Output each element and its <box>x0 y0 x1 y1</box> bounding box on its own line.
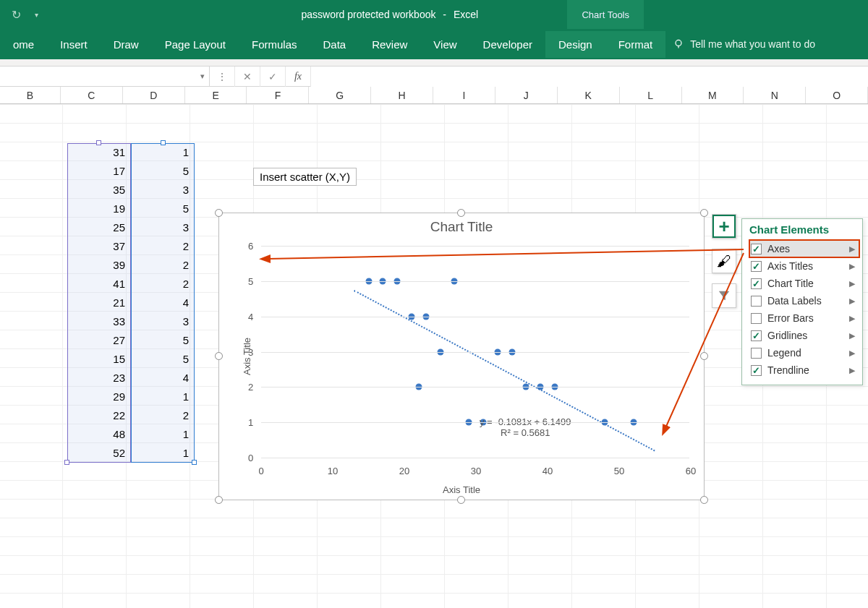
cell[interactable]: 1 <box>131 425 193 444</box>
qat-dropdown-icon[interactable]: ▾ <box>29 7 43 22</box>
column-header-j[interactable]: J <box>495 87 558 103</box>
formula-input[interactable] <box>311 67 868 87</box>
column-header-h[interactable]: H <box>371 87 433 103</box>
cell[interactable]: 4 <box>131 294 193 312</box>
redo-icon[interactable]: ↻ <box>9 7 23 22</box>
cell[interactable]: 5 <box>131 331 193 350</box>
column-header-c[interactable]: C <box>61 87 123 103</box>
worksheet-grid[interactable]: 3117351925373941213327152329224852 15353… <box>0 104 868 608</box>
chart-filters-button[interactable] <box>712 283 736 308</box>
chart-elements-button[interactable]: + <box>712 214 736 239</box>
embedded-chart[interactable]: Chart Title Axis Title Axis Title y = -0… <box>218 213 705 500</box>
checkbox[interactable] <box>751 313 762 324</box>
column-header-m[interactable]: M <box>682 87 744 103</box>
cell[interactable]: 23 <box>67 369 129 388</box>
fx-label[interactable]: fx <box>286 67 311 87</box>
cell[interactable]: 37 <box>67 237 129 256</box>
cell[interactable]: 25 <box>67 218 129 237</box>
ribbon-tab-draw[interactable]: Draw <box>101 31 152 58</box>
cell[interactable]: 2 <box>131 256 193 275</box>
chart-element-option-trendline[interactable]: Trendline▶ <box>749 361 859 379</box>
checkbox[interactable] <box>751 330 762 341</box>
cancel-formula-button[interactable]: ✕ <box>235 67 260 87</box>
column-header-f[interactable]: F <box>247 87 309 103</box>
cell[interactable]: 52 <box>67 444 129 463</box>
cell[interactable]: 17 <box>67 162 129 181</box>
ribbon-tab-developer[interactable]: Developer <box>470 31 545 58</box>
chart-resize-handle[interactable] <box>700 352 708 360</box>
cell[interactable]: 5 <box>131 350 193 369</box>
cell[interactable]: 33 <box>67 312 129 331</box>
plot-area[interactable] <box>261 246 689 456</box>
chart-element-option-legend[interactable]: Legend▶ <box>749 344 859 361</box>
submenu-arrow-icon[interactable]: ▶ <box>849 244 855 254</box>
chart-styles-button[interactable]: 🖌 <box>712 249 736 273</box>
formula-options-icon[interactable]: ⋮ <box>210 67 235 87</box>
cell[interactable]: 27 <box>67 331 129 350</box>
chart-resize-handle[interactable] <box>457 209 465 217</box>
column-header-n[interactable]: N <box>744 87 806 103</box>
column-header-l[interactable]: L <box>620 87 682 103</box>
checkbox[interactable] <box>751 296 762 307</box>
submenu-arrow-icon[interactable]: ▶ <box>849 331 855 341</box>
cell[interactable]: 15 <box>67 350 129 369</box>
chart-element-option-data-labels[interactable]: Data Labels▶ <box>749 292 859 309</box>
cell[interactable]: 35 <box>67 181 129 200</box>
chart-resize-handle[interactable] <box>215 209 223 217</box>
cell[interactable]: 1 <box>131 388 193 406</box>
chart-resize-handle[interactable] <box>700 496 708 504</box>
chart-element-option-axis-titles[interactable]: Axis Titles▶ <box>749 257 859 275</box>
ribbon-tab-review[interactable]: Review <box>359 31 420 58</box>
cell[interactable]: 1 <box>131 444 193 463</box>
cell[interactable]: 2 <box>131 275 193 294</box>
cell[interactable]: 2 <box>131 406 193 425</box>
tell-me-search[interactable]: Tell me what you want to do <box>665 38 815 50</box>
submenu-arrow-icon[interactable]: ▶ <box>849 262 855 271</box>
cell[interactable]: 5 <box>131 200 193 218</box>
chart-element-option-gridlines[interactable]: Gridlines▶ <box>749 327 859 344</box>
cell[interactable]: 1 <box>131 143 193 162</box>
ribbon-tab-insert[interactable]: Insert <box>47 31 101 58</box>
column-header-o[interactable]: O <box>806 87 868 103</box>
cell[interactable]: 3 <box>131 218 193 237</box>
cell[interactable]: 39 <box>67 256 129 275</box>
checkbox[interactable] <box>751 261 762 272</box>
chart-resize-handle[interactable] <box>700 209 708 217</box>
cell[interactable]: 4 <box>131 369 193 388</box>
ribbon-tab-data[interactable]: Data <box>310 31 359 58</box>
chart-element-option-axes[interactable]: Axes▶ <box>749 240 859 257</box>
column-header-g[interactable]: G <box>309 87 371 103</box>
cell[interactable]: 21 <box>67 294 129 312</box>
enter-formula-button[interactable]: ✓ <box>260 67 286 87</box>
cell[interactable]: 2 <box>131 237 193 256</box>
cell[interactable]: 41 <box>67 275 129 294</box>
column-header-k[interactable]: K <box>558 87 620 103</box>
ribbon-tab-format[interactable]: Format <box>605 31 666 58</box>
name-box-dropdown-icon[interactable]: ▾ <box>200 72 205 81</box>
ribbon-tab-ome[interactable]: ome <box>0 31 47 58</box>
cell[interactable]: 3 <box>131 181 193 200</box>
submenu-arrow-icon[interactable]: ▶ <box>849 366 855 375</box>
chart-element-option-error-bars[interactable]: Error Bars▶ <box>749 309 859 327</box>
cell[interactable]: 19 <box>67 200 129 218</box>
cell[interactable]: 29 <box>67 388 129 406</box>
checkbox[interactable] <box>751 365 762 376</box>
checkbox[interactable] <box>751 244 762 254</box>
chart-resize-handle[interactable] <box>215 496 223 504</box>
chart-resize-handle[interactable] <box>215 352 223 360</box>
chart-resize-handle[interactable] <box>457 496 465 504</box>
column-header-b[interactable]: B <box>0 87 61 103</box>
ribbon-tab-view[interactable]: View <box>420 31 469 58</box>
submenu-arrow-icon[interactable]: ▶ <box>849 296 855 306</box>
submenu-arrow-icon[interactable]: ▶ <box>849 314 855 323</box>
name-box[interactable]: ▾ <box>0 67 210 86</box>
ribbon-tab-formulas[interactable]: Formulas <box>239 31 310 58</box>
x-axis-title[interactable]: Axis Title <box>219 484 704 495</box>
cell[interactable]: 22 <box>67 406 129 425</box>
checkbox[interactable] <box>751 278 762 289</box>
ribbon-tab-page-layout[interactable]: Page Layout <box>152 31 239 58</box>
column-header-i[interactable]: I <box>433 87 495 103</box>
cell[interactable]: 48 <box>67 425 129 444</box>
column-header-e[interactable]: E <box>185 87 247 103</box>
checkbox[interactable] <box>751 348 762 359</box>
